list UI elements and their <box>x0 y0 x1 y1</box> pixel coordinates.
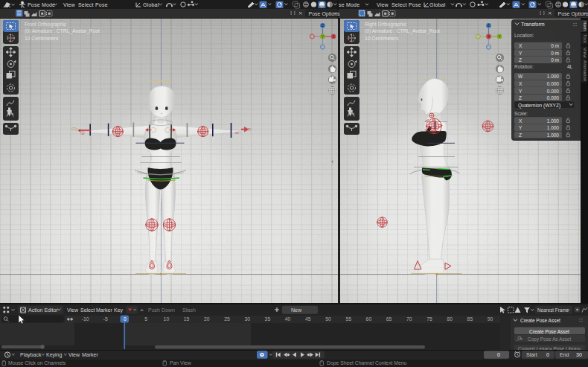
svg-text:Y: Y <box>322 35 324 39</box>
svg-text:Z: Z <box>322 24 324 28</box>
svg-text:Z: Z <box>488 24 490 28</box>
svg-text:X: X <box>488 35 490 39</box>
svg-text:Y: Y <box>498 35 500 39</box>
svg-text:X: X <box>332 35 334 39</box>
